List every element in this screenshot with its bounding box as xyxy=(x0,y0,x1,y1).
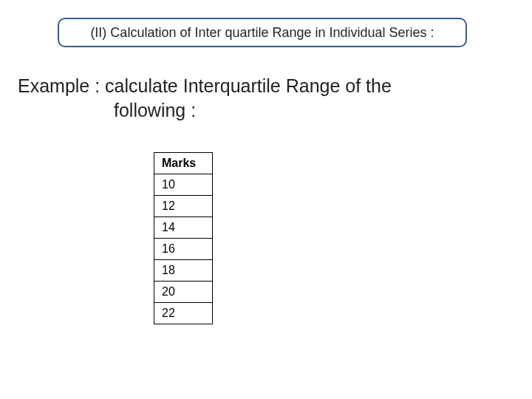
marks-table: Marks 10 12 14 16 18 20 22 xyxy=(154,152,213,324)
marks-cell: 12 xyxy=(154,196,213,217)
section-title-box: (II) Calculation of Inter quartile Range… xyxy=(58,18,467,47)
marks-cell: 10 xyxy=(154,174,213,196)
marks-cell: 22 xyxy=(154,303,213,324)
table-row: 18 xyxy=(154,260,213,282)
table-row: 22 xyxy=(154,303,213,324)
example-line-2: following : xyxy=(18,98,505,123)
table-row: 10 xyxy=(154,174,213,196)
marks-cell: 14 xyxy=(154,217,213,239)
example-line-1: Example : calculate Interquartile Range … xyxy=(18,74,505,98)
section-title-text: (II) Calculation of Inter quartile Range… xyxy=(90,25,434,41)
table-row: 16 xyxy=(154,239,213,260)
marks-cell: 18 xyxy=(154,260,213,282)
table-row: 12 xyxy=(154,196,213,217)
marks-cell: 20 xyxy=(154,282,213,303)
marks-cell: 16 xyxy=(154,239,213,260)
example-prompt: Example : calculate Interquartile Range … xyxy=(18,74,505,122)
marks-header: Marks xyxy=(154,153,213,174)
table-row: 14 xyxy=(154,217,213,239)
table-row: 20 xyxy=(154,282,213,303)
